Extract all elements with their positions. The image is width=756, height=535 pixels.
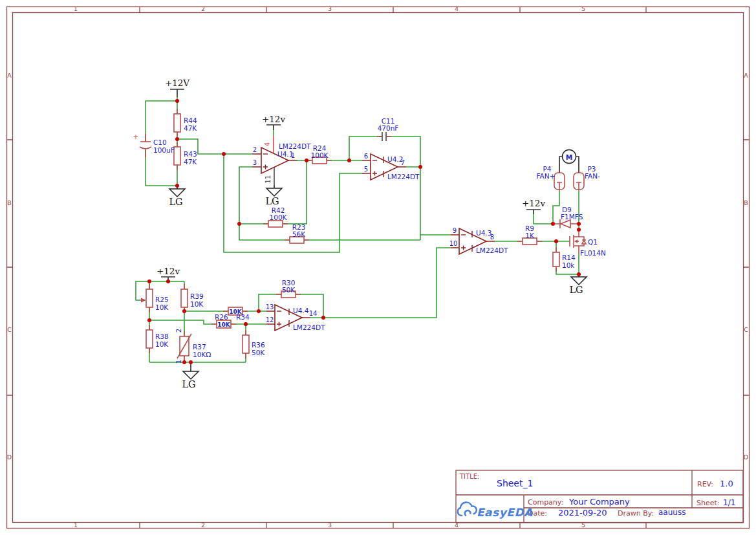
power-flag-12v-lower[interactable]: +12v (157, 266, 180, 280)
power-bar (526, 210, 541, 214)
col-label-top: 3 (328, 5, 332, 12)
opamp-name: U4.2 (387, 155, 403, 163)
thermistor-value: 10KΩ (193, 351, 211, 358)
resistor-R38[interactable]: R38 10K (146, 325, 169, 353)
connector-value: FAN+ (537, 172, 556, 180)
resistor-body (553, 252, 559, 267)
resistor-R30[interactable]: R30 50K (276, 279, 301, 298)
opamp-part: LM224DT (476, 246, 508, 254)
resistor-R23[interactable]: R23 56K (285, 223, 309, 243)
ground-lg-q1[interactable]: LG (569, 274, 587, 295)
capacitor-plate (140, 147, 151, 149)
mosfet-Q1[interactable]: Q1 FL014N (570, 230, 606, 257)
resistor-R43[interactable]: R43 47K (174, 142, 197, 170)
resistor-name: R44 (184, 116, 197, 124)
resistor-R14[interactable]: R14 10k (553, 247, 576, 272)
schematic-canvas[interactable]: 1 2 3 4 5 1 2 3 4 5 A B C D A B C D (0, 0, 756, 535)
motor-M[interactable]: M (559, 150, 579, 173)
thermistor-R37[interactable]: 2 1 R37 10KΩ (175, 329, 211, 364)
capacitor-value: 100uF (153, 146, 175, 154)
wire[interactable] (239, 167, 252, 240)
wires[interactable] (136, 97, 579, 362)
ground-lg-u41[interactable]: LG (265, 185, 282, 206)
junction-dot (321, 316, 325, 320)
ground-icon (169, 189, 185, 197)
easyeda-logo-text: EasyEDA (477, 506, 533, 519)
resistor-body (146, 289, 153, 307)
resistor-R9[interactable]: R9 1K (517, 224, 542, 245)
ground-lg-lower[interactable]: LG (182, 362, 199, 389)
pin-number: 2 (175, 329, 182, 333)
junction-dot (237, 222, 241, 226)
wire[interactable] (534, 214, 553, 224)
resistor-R44[interactable]: R44 47K (174, 109, 197, 137)
resistor-value: 47K (184, 158, 197, 166)
junction-dot (347, 158, 351, 162)
junction-dot (551, 222, 555, 226)
junction-dot (577, 228, 581, 232)
pin-number: 2 (253, 146, 257, 153)
resistor-value: 10K (190, 300, 204, 308)
power-bar (170, 89, 184, 97)
resistor-value: 10k (562, 261, 575, 269)
power-flag-12v-u41[interactable]: +12v (262, 114, 285, 130)
capacitor-C10[interactable]: + C10 100uF (133, 133, 175, 157)
pin-number: 9 (453, 227, 457, 234)
resistor-R39[interactable]: R39 10K (181, 284, 204, 312)
resistor-R24[interactable]: R24 100K (307, 144, 332, 164)
ground-label: LG (182, 379, 195, 389)
resistor-value: 10K (155, 303, 169, 311)
resistor-name: R14 (562, 254, 576, 261)
rev-label: REV: (697, 480, 713, 488)
schematic-sheet: 1 2 3 4 5 1 2 3 4 5 A B C D A B C D (0, 0, 756, 535)
connector-P3[interactable]: P3 FAN- (574, 165, 600, 190)
drawn-by-value: aauuss (658, 508, 686, 517)
thermistor-name: R37 (193, 343, 206, 351)
connector-P4[interactable]: P4 FAN+ (537, 165, 565, 190)
power-flag-12v-top[interactable]: +12V (165, 78, 189, 97)
ground-label: LG (265, 196, 279, 206)
resistor-body (243, 335, 249, 353)
pin-number: 5 (364, 166, 368, 173)
ground-label: LG (169, 197, 182, 207)
capacitor-plate (382, 132, 386, 141)
opamp-part: LM224DT (387, 173, 420, 180)
resistor-name: R25 (155, 296, 169, 303)
resistor-name: R43 (184, 150, 197, 158)
mosfet-arrowhead (574, 239, 578, 243)
pin-number: 14 (309, 310, 318, 317)
capacitor-C11[interactable]: C11 470nF (377, 117, 398, 141)
pin-number: 1 (175, 360, 182, 364)
pin-number: 6 (364, 153, 368, 160)
ground-lg-divider[interactable]: LG (169, 186, 185, 207)
junction-dot (166, 279, 170, 283)
ground-icon (183, 371, 199, 379)
junction-dot (175, 137, 179, 141)
pin-number: 13 (266, 303, 274, 311)
frame-outer-border (7, 7, 750, 529)
wire[interactable] (553, 190, 559, 224)
resistor-name: R36 (252, 341, 265, 349)
drawn-by-label: Drawn By: (618, 509, 654, 518)
power-label: +12V (165, 78, 189, 88)
resistor-R42[interactable]: R42 100K (263, 206, 288, 227)
junction-dot (147, 279, 151, 283)
junction-dot (577, 222, 581, 226)
resistor-R36[interactable]: R36 50K (243, 330, 265, 358)
potentiometer-R25[interactable]: R25 10K (141, 284, 169, 312)
easyeda-logo: EasyEDA (458, 503, 533, 519)
opamp-U4.3[interactable]: 9 10 8 U4.3 LM224DT (449, 227, 508, 254)
wiper-arrowhead (141, 298, 146, 303)
wire[interactable] (310, 248, 451, 318)
junction-dot (577, 272, 581, 276)
junction-dot (244, 322, 248, 326)
title-block: TITLE: Sheet_1 REV: 1.0 Company: Your Co… (456, 470, 743, 523)
wire[interactable] (149, 320, 266, 324)
junction-dot (175, 184, 179, 188)
junction-dot (222, 152, 226, 156)
power-flag-12v-fan[interactable]: +12v (522, 198, 545, 214)
junction-dot (305, 158, 308, 162)
power-bar (266, 125, 281, 130)
junction-dot (189, 360, 193, 364)
connector-pin (576, 182, 581, 190)
